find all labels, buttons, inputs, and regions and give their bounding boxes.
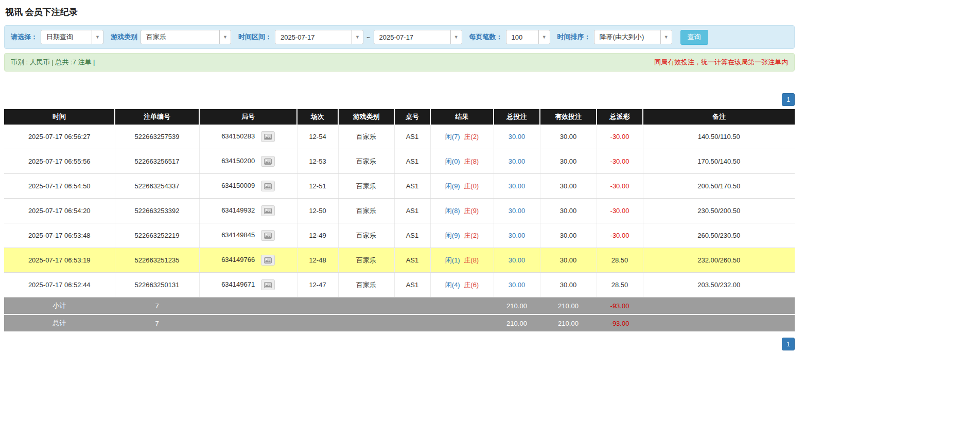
grand-total-total-bet: 210.00 xyxy=(494,314,540,332)
table-row: 2025-07-17 06:54:20 522663253392 6341499… xyxy=(4,199,795,223)
cell-total-bet: 30.00 xyxy=(494,125,540,149)
game-type-combobox[interactable]: 百家乐 ▼ xyxy=(141,30,231,44)
query-type-combobox[interactable]: 日期查询 ▼ xyxy=(41,30,103,44)
subtotal-label: 小计 xyxy=(4,297,115,315)
pagination-bottom: 1 xyxy=(4,338,795,350)
round-number: 634149845 xyxy=(221,231,255,239)
col-header-result: 结果 xyxy=(430,109,494,125)
grand-total-payout: -93.00 xyxy=(597,314,643,332)
cell-result: 闲(7) 庄(2) xyxy=(430,125,494,149)
total-bet-link[interactable]: 30.00 xyxy=(509,182,526,190)
result-player: 闲(9) xyxy=(445,182,460,190)
cell-valid-bet: 30.00 xyxy=(540,248,597,273)
cell-result: 闲(1) 庄(8) xyxy=(430,248,494,273)
cell-bet-id: 522663256517 xyxy=(115,149,199,174)
query-type-value: 日期查询 xyxy=(41,30,92,44)
subtotal-total-bet: 210.00 xyxy=(494,297,540,315)
cell-valid-bet: 30.00 xyxy=(540,174,597,199)
replay-image-icon xyxy=(264,183,272,189)
cell-time: 2025-07-17 06:53:48 xyxy=(4,223,115,248)
table-row: 2025-07-17 06:53:19 522663251235 6341497… xyxy=(4,248,795,273)
chevron-down-icon[interactable]: ▼ xyxy=(660,30,672,44)
col-header-table-no: 桌号 xyxy=(394,109,430,125)
total-bet-link[interactable]: 30.00 xyxy=(509,281,526,289)
chevron-down-icon[interactable]: ▼ xyxy=(450,30,462,44)
result-banker: 庄(9) xyxy=(464,207,479,215)
view-replay-button[interactable] xyxy=(261,131,275,142)
cell-session: 12-50 xyxy=(297,199,338,223)
grand-total-valid-bet: 210.00 xyxy=(540,314,597,332)
cell-time: 2025-07-17 06:54:20 xyxy=(4,199,115,223)
cell-game-type: 百家乐 xyxy=(338,149,394,174)
replay-image-icon xyxy=(264,159,272,165)
col-header-game-type: 游戏类别 xyxy=(338,109,394,125)
cell-time: 2025-07-17 06:53:19 xyxy=(4,248,115,273)
col-header-time: 时间 xyxy=(4,109,115,125)
cell-note: 230.50/200.50 xyxy=(643,199,795,223)
cell-payout: -30.00 xyxy=(597,223,643,248)
round-number: 634150009 xyxy=(221,182,255,189)
pagination-page-button[interactable]: 1 xyxy=(782,338,795,350)
pagination-page-button[interactable]: 1 xyxy=(782,93,795,106)
cell-round: 634150200 xyxy=(199,149,297,174)
date-from-combobox[interactable]: 2025-07-17 ▼ xyxy=(275,30,363,44)
cell-table-no: AS1 xyxy=(394,199,430,223)
total-bet-link[interactable]: 30.00 xyxy=(509,256,526,264)
replay-image-icon xyxy=(264,257,272,263)
col-header-valid-bet: 有效投注 xyxy=(540,109,597,125)
cell-payout: -30.00 xyxy=(597,149,643,174)
cell-bet-id: 522663254337 xyxy=(115,174,199,199)
cell-game-type: 百家乐 xyxy=(338,174,394,199)
time-sort-combobox[interactable]: 降幂(由大到小) ▼ xyxy=(594,30,672,44)
replay-image-icon xyxy=(264,134,272,140)
cell-total-bet: 30.00 xyxy=(494,199,540,223)
cell-total-bet: 30.00 xyxy=(494,273,540,297)
table-row: 2025-07-17 06:52:44 522663250131 6341496… xyxy=(4,273,795,297)
table-row: 2025-07-17 06:53:48 522663252219 6341498… xyxy=(4,223,795,248)
cell-game-type: 百家乐 xyxy=(338,273,394,297)
result-banker: 庄(8) xyxy=(464,157,479,165)
per-page-value: 100 xyxy=(506,30,538,44)
date-to-combobox[interactable]: 2025-07-17 ▼ xyxy=(374,30,462,44)
view-replay-button[interactable] xyxy=(261,279,275,290)
cell-session: 12-53 xyxy=(297,149,338,174)
subtotal-valid-bet: 210.00 xyxy=(540,297,597,315)
cell-round: 634150283 xyxy=(199,125,297,149)
view-replay-button[interactable] xyxy=(261,156,275,167)
view-replay-button[interactable] xyxy=(261,181,275,191)
view-replay-button[interactable] xyxy=(261,205,275,216)
cell-result: 闲(9) 庄(2) xyxy=(430,223,494,248)
cell-table-no: AS1 xyxy=(394,223,430,248)
search-button[interactable]: 查询 xyxy=(680,30,708,45)
cell-table-no: AS1 xyxy=(394,174,430,199)
cell-game-type: 百家乐 xyxy=(338,223,394,248)
query-type-label: 请选择： xyxy=(11,32,38,42)
view-replay-button[interactable] xyxy=(261,255,275,266)
total-bet-link[interactable]: 30.00 xyxy=(509,133,526,140)
subtotal-count: 7 xyxy=(115,297,199,315)
col-header-session: 场次 xyxy=(297,109,338,125)
total-bet-link[interactable]: 30.00 xyxy=(509,157,526,165)
cell-result: 闲(9) 庄(0) xyxy=(430,174,494,199)
chevron-down-icon[interactable]: ▼ xyxy=(352,30,363,44)
subtotal-payout: -93.00 xyxy=(597,297,643,315)
chevron-down-icon[interactable]: ▼ xyxy=(538,30,550,44)
replay-image-icon xyxy=(264,233,272,239)
chevron-down-icon[interactable]: ▼ xyxy=(219,30,231,44)
bet-records-table: 时间 注单编号 局号 场次 游戏类别 桌号 结果 总投注 有效投注 总派彩 备注… xyxy=(4,109,795,332)
cell-total-bet: 30.00 xyxy=(494,223,540,248)
total-bet-link[interactable]: 30.00 xyxy=(509,232,526,239)
cell-round: 634149845 xyxy=(199,223,297,248)
summary-bar: 币别 : 人民币 | 总共 :7 注单 | 同局有效投注，统一计算在该局第一张注… xyxy=(4,53,795,72)
cell-bet-id: 522663250131 xyxy=(115,273,199,297)
cell-table-no: AS1 xyxy=(394,149,430,174)
grand-total-label: 总计 xyxy=(4,314,115,332)
pagination-top: 1 xyxy=(4,93,795,106)
date-from-value: 2025-07-17 xyxy=(275,30,352,44)
per-page-combobox[interactable]: 100 ▼ xyxy=(506,30,550,44)
time-sort-label: 时间排序： xyxy=(557,32,591,42)
chevron-down-icon[interactable]: ▼ xyxy=(92,30,103,44)
view-replay-button[interactable] xyxy=(261,230,275,241)
cell-session: 12-47 xyxy=(297,273,338,297)
total-bet-link[interactable]: 30.00 xyxy=(509,207,526,215)
